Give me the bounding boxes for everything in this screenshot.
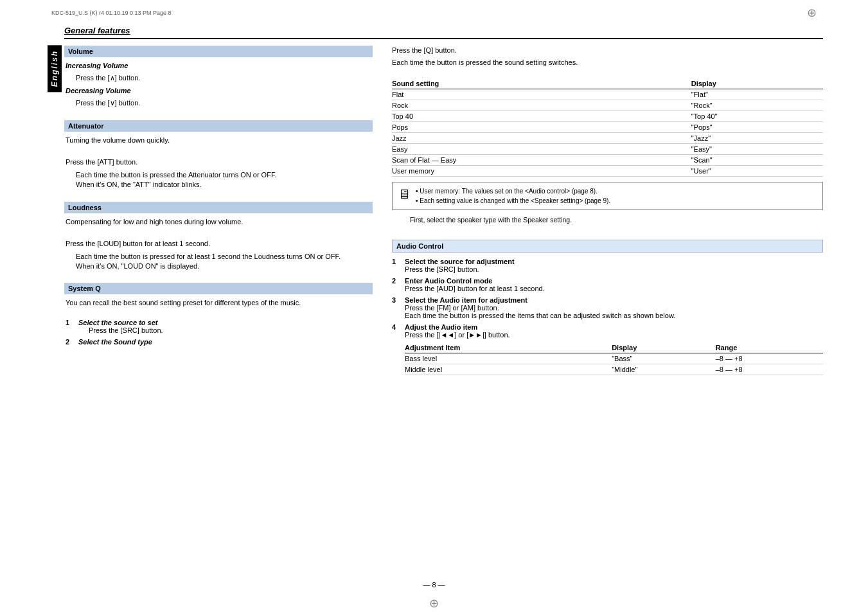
section-systemq-title: System Q [64,283,373,294]
sound-table-row: Top 40"Top 40" [392,111,823,121]
sound-setting-display: "Flat" [691,89,823,100]
sound-table-section: Press the [Q] button. Each time the butt… [392,46,823,224]
sound-setting-table: Sound setting Display Flat"Flat"Rock"Roc… [392,78,823,177]
sound-setting-name: Scan of Flat — Easy [392,154,691,165]
adj-table-cell: Bass level [405,353,612,364]
audio-step-body-2: Press the [AUD] button for at least 1 se… [405,285,823,292]
sound-table-row: Pops"Pops" [392,121,823,132]
sound-setting-display: "Jazz" [691,132,823,143]
page-footer: — 8 — [0,576,868,594]
section-loudness-title: Loudness [64,202,373,213]
increasing-bold: Increasing Volume [66,62,128,69]
left-column: Volume Increasing Volume Press the [∧] b… [64,46,373,576]
step1-body: Press the [SRC] button. [78,326,163,334]
sidebar-label: English [48,45,62,92]
sound-table-header-row: Sound setting Display [392,78,823,89]
sound-setting-display: "Easy" [691,143,823,154]
top-right-crosshair: ⊕ [807,6,817,20]
audio-step-num-4: 4 [392,323,401,375]
step1-content: Select the source to set Press the [SRC]… [78,319,373,334]
att-step-label: Press the [ATT] button. [66,148,373,168]
section-attenuator-title: Attenuator [64,120,373,132]
decreasing-body: Press the [∨] button. [66,98,373,108]
increasing-label: Increasing Volume [66,61,373,71]
section-systemq-content: You can recall the best sound setting pr… [64,298,373,345]
right-column: Press the [Q] button. Each time the butt… [392,46,823,576]
note-box: 🖥 • User memory: The values set on the <… [392,182,823,210]
systemq-intro: You can recall the best sound setting pr… [66,298,373,308]
adj-table-header-cell: Display [612,342,716,353]
adj-table-row: Middle level"Middle"–8 — +8 [405,364,823,375]
top-info-text: KDC-519_U.S (K) r4 01.10.19 0:13 PM Page… [51,10,172,16]
note-icon: 🖥 [398,185,411,206]
audio-step-1: 1Select the source for adjustmentPress t… [392,258,823,273]
loudness-intro: Compensating for low and high tones duri… [66,217,373,227]
adj-table-header: Adjustment ItemDisplayRange [405,342,823,353]
audio-step-4: 4Adjust the Audio itemPress the [|◄◄] or… [392,323,823,375]
attenuator-intro: Turning the volume down quickly. [66,136,373,145]
loud-step-label: Press the [LOUD] button for at least 1 s… [66,229,373,249]
adj-table-cell: "Bass" [612,353,716,364]
sound-setting-display: "Scan" [691,154,823,165]
first-select-note: First, select the speaker type with the … [392,215,823,225]
audio-step-num-3: 3 [392,296,401,319]
sound-intro2: Each time the button is pressed the soun… [392,58,823,67]
sound-table-row: Jazz"Jazz" [392,132,823,143]
page-container: KDC-519_U.S (K) r4 01.10.19 0:13 PM Page… [0,0,868,613]
audio-step-content-3: Select the Audio item for adjustmentPres… [405,296,823,319]
audio-step-num-1: 1 [392,258,401,273]
two-columns: Volume Increasing Volume Press the [∧] b… [64,46,823,576]
page-title: General features [64,26,823,39]
page-number: — 8 — [423,581,445,589]
adj-table-cell: Middle level [405,364,612,375]
audio-step-content-1: Select the source for adjustmentPress th… [405,258,823,273]
step2-num: 2 [66,338,75,346]
systemq-step1: 1 Select the source to set Press the [SR… [66,319,373,334]
sound-table-body: Flat"Flat"Rock"Rock"Top 40"Top 40"Pops"P… [392,89,823,176]
audio-step-title-4: Adjust the Audio item [405,323,477,331]
step1-num: 1 [66,319,75,334]
sound-setting-display: "Pops" [691,121,823,132]
sound-table-row: Easy"Easy" [392,143,823,154]
audio-step-num-2: 2 [392,277,401,292]
loud-step-body: Each time the button is pressed for at l… [66,252,373,272]
sound-setting-display: "Top 40" [691,111,823,121]
sound-setting-name: Pops [392,121,691,132]
systemq-step2: 2 Select the Sound type [66,338,373,346]
increasing-body: Press the [∧] button. [66,73,373,83]
sound-table-row: Scan of Flat — Easy"Scan" [392,154,823,165]
audio-step-2: 2Enter Audio Control modePress the [AUD]… [392,277,823,292]
adj-table-row: Bass level"Bass"–8 — +8 [405,353,823,364]
sound-table-row: Rock"Rock" [392,100,823,111]
adj-table-header-cell: Adjustment Item [405,342,612,353]
sound-table-row: User memory"User" [392,165,823,176]
audio-step-body-1: Press the [SRC] button. [405,265,823,273]
section-volume-content: Increasing Volume Press the [∧] button. … [64,61,373,109]
audio-step-content-4: Adjust the Audio itemPress the [|◄◄] or … [405,323,823,375]
sound-table-header-display: Display [691,78,823,89]
audio-step-3: 3Select the Audio item for adjustmentPre… [392,296,823,319]
audio-step-title-2: Enter Audio Control mode [405,277,492,285]
main-content: English General features Volume Increasi… [0,26,868,576]
section-volume-title: Volume [64,46,373,57]
audio-control-title: Audio Control [392,240,823,253]
step1-title: Select the source to set [78,319,158,326]
audio-step-content-2: Enter Audio Control modePress the [AUD] … [405,277,823,292]
adj-table-cell: –8 — +8 [716,364,823,375]
decreasing-label: Decreasing Volume [66,86,373,96]
sound-setting-name: Flat [392,89,691,100]
decreasing-bold: Decreasing Volume [66,87,131,94]
sound-setting-name: User memory [392,165,691,176]
adj-table-header-cell: Range [716,342,823,353]
adj-table: Adjustment ItemDisplayRangeBass level"Ba… [405,342,823,375]
sound-setting-name: Rock [392,100,691,111]
audio-step-title-1: Select the source for adjustment [405,258,515,265]
sound-setting-display: "User" [691,165,823,176]
sound-setting-display: "Rock" [691,100,823,111]
note-content: • User memory: The values set on the <Au… [416,186,610,206]
adj-table-cell: "Middle" [612,364,716,375]
sidebar: English [45,26,64,576]
att-step-body: Each time the button is pressed the Atte… [66,170,373,190]
section-attenuator-content: Turning the volume down quickly. Press t… [64,136,373,190]
bottom-marks: ⊕ [0,594,868,613]
